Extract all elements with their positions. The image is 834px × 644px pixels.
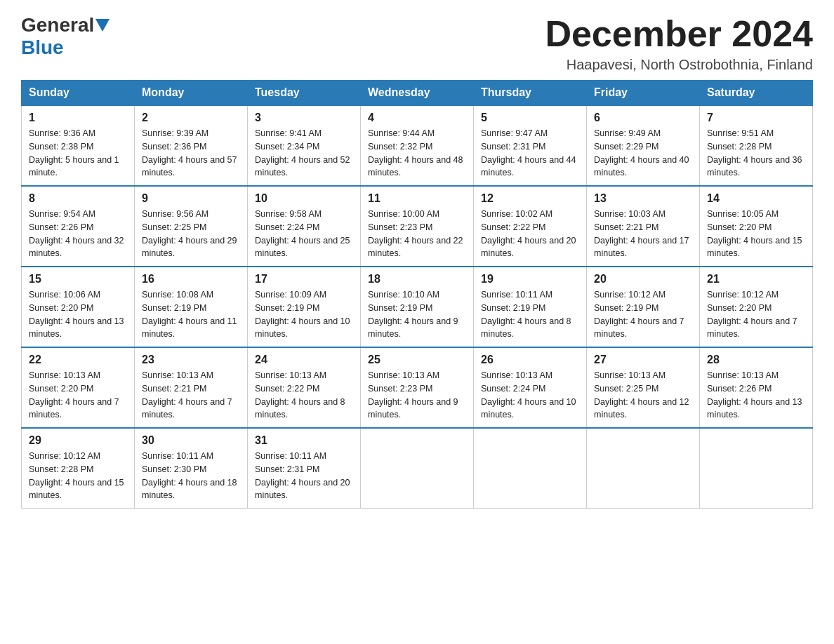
calendar-cell: 19 Sunrise: 10:11 AM Sunset: 2:19 PM Day… (474, 267, 587, 347)
day-info: Sunrise: 10:11 AM Sunset: 2:19 PM Daylig… (481, 288, 579, 341)
calendar-cell: 14 Sunrise: 10:05 AM Sunset: 2:20 PM Day… (700, 186, 813, 267)
calendar-cell: 26 Sunrise: 10:13 AM Sunset: 2:24 PM Day… (474, 347, 587, 428)
calendar-week-4: 22 Sunrise: 10:13 AM Sunset: 2:20 PM Day… (22, 347, 813, 428)
day-info: Sunrise: 10:06 AM Sunset: 2:20 PM Daylig… (29, 288, 127, 341)
calendar-cell (700, 428, 813, 509)
day-info: Sunrise: 10:00 AM Sunset: 2:23 PM Daylig… (368, 208, 466, 260)
calendar-cell: 9 Sunrise: 9:56 AM Sunset: 2:25 PM Dayli… (135, 186, 248, 267)
col-friday: Friday (587, 81, 700, 106)
day-number: 18 (368, 273, 466, 286)
day-number: 16 (142, 273, 240, 286)
day-info: Sunrise: 10:08 AM Sunset: 2:19 PM Daylig… (142, 288, 240, 341)
day-number: 30 (142, 434, 240, 447)
col-sunday: Sunday (22, 81, 135, 106)
day-number: 15 (29, 273, 127, 286)
calendar-cell: 31 Sunrise: 10:11 AM Sunset: 2:31 PM Day… (248, 428, 361, 509)
day-number: 23 (142, 354, 240, 366)
day-number: 10 (255, 192, 353, 205)
day-number: 13 (594, 192, 692, 205)
calendar-cell: 6 Sunrise: 9:49 AM Sunset: 2:29 PM Dayli… (587, 105, 700, 186)
day-number: 12 (481, 192, 579, 205)
day-number: 31 (255, 434, 353, 447)
day-number: 26 (481, 354, 579, 366)
col-wednesday: Wednesday (361, 81, 474, 106)
calendar-cell: 27 Sunrise: 10:13 AM Sunset: 2:25 PM Day… (587, 347, 700, 428)
day-number: 20 (594, 273, 692, 286)
logo-blue-text: Blue (21, 36, 64, 58)
day-number: 24 (255, 354, 353, 366)
calendar-cell: 22 Sunrise: 10:13 AM Sunset: 2:20 PM Day… (22, 347, 135, 428)
col-tuesday: Tuesday (248, 81, 361, 106)
calendar-cell: 17 Sunrise: 10:09 AM Sunset: 2:19 PM Day… (248, 267, 361, 347)
day-info: Sunrise: 9:47 AM Sunset: 2:31 PM Dayligh… (481, 127, 579, 180)
calendar-week-3: 15 Sunrise: 10:06 AM Sunset: 2:20 PM Day… (22, 267, 813, 347)
calendar-cell: 10 Sunrise: 9:58 AM Sunset: 2:24 PM Dayl… (248, 186, 361, 267)
day-info: Sunrise: 10:13 AM Sunset: 2:20 PM Daylig… (29, 369, 127, 422)
day-info: Sunrise: 9:44 AM Sunset: 2:32 PM Dayligh… (368, 127, 466, 180)
day-info: Sunrise: 10:05 AM Sunset: 2:20 PM Daylig… (707, 208, 805, 260)
day-number: 17 (255, 273, 353, 286)
col-thursday: Thursday (474, 81, 587, 106)
title-section: December 2024 Haapavesi, North Ostroboth… (545, 14, 813, 73)
day-info: Sunrise: 9:36 AM Sunset: 2:38 PM Dayligh… (29, 127, 127, 180)
day-number: 11 (368, 192, 466, 205)
calendar-cell: 18 Sunrise: 10:10 AM Sunset: 2:19 PM Day… (361, 267, 474, 347)
calendar-cell: 3 Sunrise: 9:41 AM Sunset: 2:34 PM Dayli… (248, 105, 361, 186)
calendar-cell (361, 428, 474, 509)
day-number: 22 (29, 354, 127, 366)
calendar-cell: 25 Sunrise: 10:13 AM Sunset: 2:23 PM Day… (361, 347, 474, 428)
day-number: 28 (707, 354, 805, 366)
calendar-cell: 8 Sunrise: 9:54 AM Sunset: 2:26 PM Dayli… (22, 186, 135, 267)
day-info: Sunrise: 10:02 AM Sunset: 2:22 PM Daylig… (481, 208, 579, 260)
calendar-cell: 16 Sunrise: 10:08 AM Sunset: 2:19 PM Day… (135, 267, 248, 347)
col-saturday: Saturday (700, 81, 813, 106)
day-info: Sunrise: 9:39 AM Sunset: 2:36 PM Dayligh… (142, 127, 240, 180)
day-info: Sunrise: 10:09 AM Sunset: 2:19 PM Daylig… (255, 288, 353, 341)
day-number: 19 (481, 273, 579, 286)
calendar-body: 1 Sunrise: 9:36 AM Sunset: 2:38 PM Dayli… (22, 105, 813, 509)
day-number: 3 (255, 112, 353, 124)
calendar-cell: 15 Sunrise: 10:06 AM Sunset: 2:20 PM Day… (22, 267, 135, 347)
day-number: 27 (594, 354, 692, 366)
day-number: 5 (481, 112, 579, 124)
day-number: 4 (368, 112, 466, 124)
day-number: 7 (707, 112, 805, 124)
day-info: Sunrise: 9:54 AM Sunset: 2:26 PM Dayligh… (29, 208, 127, 260)
day-info: Sunrise: 10:12 AM Sunset: 2:28 PM Daylig… (29, 450, 127, 502)
calendar-table: Sunday Monday Tuesday Wednesday Thursday… (21, 80, 813, 509)
day-info: Sunrise: 10:13 AM Sunset: 2:26 PM Daylig… (707, 369, 805, 422)
logo-arrow-icon (95, 19, 110, 32)
day-info: Sunrise: 10:12 AM Sunset: 2:19 PM Daylig… (594, 288, 692, 341)
day-info: Sunrise: 9:49 AM Sunset: 2:29 PM Dayligh… (594, 127, 692, 180)
calendar-cell: 4 Sunrise: 9:44 AM Sunset: 2:32 PM Dayli… (361, 105, 474, 186)
day-info: Sunrise: 10:12 AM Sunset: 2:20 PM Daylig… (707, 288, 805, 341)
day-info: Sunrise: 10:13 AM Sunset: 2:25 PM Daylig… (594, 369, 692, 422)
calendar-cell: 30 Sunrise: 10:11 AM Sunset: 2:30 PM Day… (135, 428, 248, 509)
day-info: Sunrise: 10:13 AM Sunset: 2:23 PM Daylig… (368, 369, 466, 422)
day-info: Sunrise: 9:58 AM Sunset: 2:24 PM Dayligh… (255, 208, 353, 260)
calendar-week-2: 8 Sunrise: 9:54 AM Sunset: 2:26 PM Dayli… (22, 186, 813, 267)
day-info: Sunrise: 10:13 AM Sunset: 2:21 PM Daylig… (142, 369, 240, 422)
calendar-cell: 23 Sunrise: 10:13 AM Sunset: 2:21 PM Day… (135, 347, 248, 428)
calendar-cell: 2 Sunrise: 9:39 AM Sunset: 2:36 PM Dayli… (135, 105, 248, 186)
day-number: 6 (594, 112, 692, 124)
day-number: 8 (29, 192, 127, 205)
day-number: 1 (29, 112, 127, 124)
calendar-week-1: 1 Sunrise: 9:36 AM Sunset: 2:38 PM Dayli… (22, 105, 813, 186)
calendar-header: Sunday Monday Tuesday Wednesday Thursday… (22, 81, 813, 106)
day-number: 21 (707, 273, 805, 286)
day-info: Sunrise: 10:10 AM Sunset: 2:19 PM Daylig… (368, 288, 466, 341)
calendar-cell: 5 Sunrise: 9:47 AM Sunset: 2:31 PM Dayli… (474, 105, 587, 186)
location-text: Haapavesi, North Ostrobothnia, Finland (545, 57, 813, 73)
day-info: Sunrise: 10:03 AM Sunset: 2:21 PM Daylig… (594, 208, 692, 260)
day-info: Sunrise: 10:13 AM Sunset: 2:24 PM Daylig… (481, 369, 579, 422)
logo-general-text: General (21, 14, 94, 36)
day-number: 25 (368, 354, 466, 366)
day-number: 9 (142, 192, 240, 205)
header-row: Sunday Monday Tuesday Wednesday Thursday… (22, 81, 813, 106)
calendar-cell: 11 Sunrise: 10:00 AM Sunset: 2:23 PM Day… (361, 186, 474, 267)
calendar-cell (587, 428, 700, 509)
day-info: Sunrise: 10:11 AM Sunset: 2:30 PM Daylig… (142, 450, 240, 502)
day-info: Sunrise: 10:13 AM Sunset: 2:22 PM Daylig… (255, 369, 353, 422)
day-info: Sunrise: 10:11 AM Sunset: 2:31 PM Daylig… (255, 450, 353, 502)
